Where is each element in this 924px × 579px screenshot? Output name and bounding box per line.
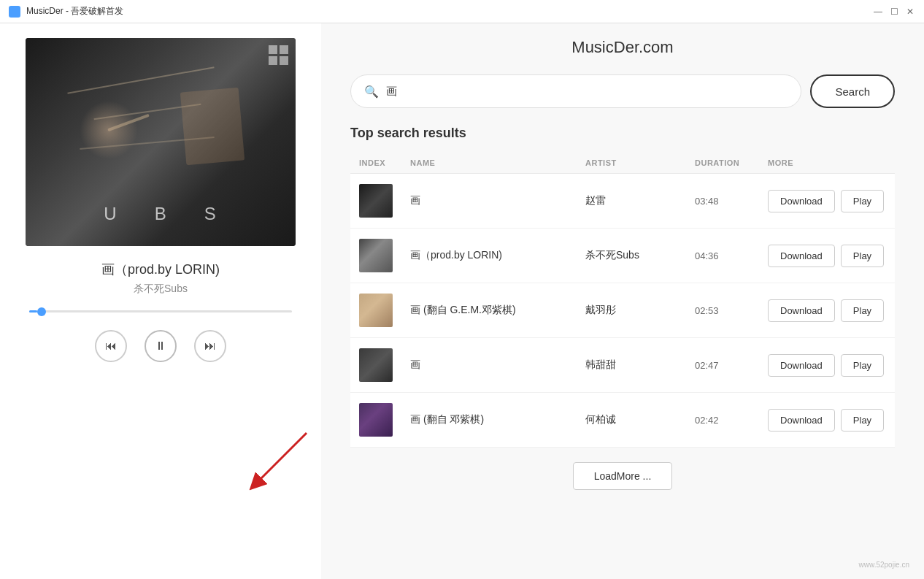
cell-artist-3: 韩甜甜 bbox=[577, 338, 686, 393]
cell-name-3: 画 bbox=[401, 338, 577, 393]
cell-duration-4: 02:42 bbox=[686, 393, 759, 448]
song-thumb-3 bbox=[359, 348, 393, 382]
album-label-b: B bbox=[155, 204, 168, 224]
cell-index-2 bbox=[350, 283, 401, 338]
cell-actions-1: Download Play bbox=[759, 229, 895, 283]
download-button-2[interactable]: Download bbox=[768, 299, 835, 322]
results-title: Top search results bbox=[350, 126, 895, 141]
cell-duration-1: 04:36 bbox=[686, 229, 759, 283]
cell-index-3 bbox=[350, 338, 401, 393]
next-button[interactable]: ⏭ bbox=[194, 330, 226, 362]
col-name: NAME bbox=[401, 153, 577, 174]
col-more: MORE bbox=[759, 153, 895, 174]
cell-artist-2: 戴羽彤 bbox=[577, 283, 686, 338]
cell-duration-0: 03:48 bbox=[686, 174, 759, 229]
cell-name-2: 画 (翻自 G.E.M.邓紫棋) bbox=[401, 283, 577, 338]
album-labels: U B S bbox=[26, 204, 296, 224]
search-input-wrap[interactable]: 🔍 bbox=[350, 74, 801, 108]
site-title: MusicDer.com bbox=[350, 38, 895, 57]
song-thumb-2 bbox=[359, 294, 393, 327]
cell-index-1 bbox=[350, 229, 401, 283]
table-row: 画（prod.by LORIN) 杀不死Subs 04:36 Download … bbox=[350, 229, 895, 283]
cell-actions-3: Download Play bbox=[759, 338, 895, 393]
play-button-2[interactable]: Play bbox=[841, 299, 884, 322]
prev-button[interactable]: ⏮ bbox=[95, 330, 127, 362]
search-bar: 🔍 Search bbox=[350, 74, 895, 108]
app-body: U B S 画（prod.by LORIN) 杀不死Subs ⏮ ⏸ ⏭ bbox=[0, 23, 924, 579]
app-title: MusicDer - 吾爱破解首发 bbox=[26, 5, 873, 18]
cell-index-4 bbox=[350, 393, 401, 448]
song-thumb-4 bbox=[359, 403, 393, 437]
thumb-image-1 bbox=[359, 239, 393, 272]
progress-container[interactable] bbox=[15, 310, 307, 312]
window-controls: — ☐ ✕ bbox=[873, 7, 915, 17]
load-more-button[interactable]: LoadMore ... bbox=[573, 462, 673, 490]
search-button[interactable]: Search bbox=[810, 74, 895, 108]
cell-artist-1: 杀不死Subs bbox=[577, 229, 686, 283]
cell-actions-0: Download Play bbox=[759, 174, 895, 229]
maximize-button[interactable]: ☐ bbox=[889, 7, 899, 17]
table-row: 画 (翻自 邓紫棋) 何柏诚 02:42 Download Play bbox=[350, 393, 895, 448]
progress-thumb bbox=[37, 307, 46, 316]
thumb-image-4 bbox=[359, 403, 393, 437]
player-controls: ⏮ ⏸ ⏭ bbox=[95, 330, 226, 362]
table-row: 画 赵雷 03:48 Download Play bbox=[350, 174, 895, 229]
thumb-image-2 bbox=[359, 294, 393, 327]
track-artist: 杀不死Subs bbox=[134, 283, 188, 296]
thumb-image-0 bbox=[359, 184, 393, 218]
svg-line-1 bbox=[255, 433, 307, 484]
col-index: INDEX bbox=[350, 153, 401, 174]
player-panel: U B S 画（prod.by LORIN) 杀不死Subs ⏮ ⏸ ⏭ bbox=[0, 23, 321, 579]
cell-name-1: 画（prod.by LORIN) bbox=[401, 229, 577, 283]
annotation-arrow bbox=[234, 418, 321, 506]
progress-fill bbox=[29, 310, 37, 312]
song-thumb-1 bbox=[359, 239, 393, 272]
cell-name-4: 画 (翻自 邓紫棋) bbox=[401, 393, 577, 448]
close-button[interactable]: ✕ bbox=[905, 7, 915, 17]
thumb-image-3 bbox=[359, 348, 393, 382]
search-input[interactable] bbox=[386, 85, 788, 98]
app-icon bbox=[9, 6, 20, 18]
album-art: U B S bbox=[26, 38, 296, 246]
titlebar: MusicDer - 吾爱破解首发 — ☐ ✕ bbox=[0, 0, 924, 23]
cell-actions-4: Download Play bbox=[759, 393, 895, 448]
song-thumb-0 bbox=[359, 184, 393, 218]
play-button-4[interactable]: Play bbox=[841, 409, 884, 432]
pause-button[interactable]: ⏸ bbox=[145, 330, 177, 362]
album-grid-icon bbox=[269, 45, 288, 65]
cell-index-0 bbox=[350, 174, 401, 229]
cell-artist-4: 何柏诚 bbox=[577, 393, 686, 448]
col-artist: ARTIST bbox=[577, 153, 686, 174]
album-label-s: S bbox=[204, 204, 217, 224]
play-button-3[interactable]: Play bbox=[841, 354, 884, 377]
album-label-u: U bbox=[104, 204, 118, 224]
play-button-1[interactable]: Play bbox=[841, 245, 884, 267]
results-table: INDEX NAME ARTIST DURATION MORE 画 赵雷 03:… bbox=[350, 153, 895, 448]
download-button-4[interactable]: Download bbox=[768, 409, 835, 432]
load-more-wrap: LoadMore ... bbox=[350, 448, 895, 497]
download-button-1[interactable]: Download bbox=[768, 245, 835, 267]
download-button-0[interactable]: Download bbox=[768, 190, 835, 212]
progress-bar[interactable] bbox=[29, 310, 292, 312]
play-button-0[interactable]: Play bbox=[841, 190, 884, 212]
cell-duration-2: 02:53 bbox=[686, 283, 759, 338]
track-title: 画（prod.by LORIN) bbox=[101, 261, 220, 278]
table-row: 画 韩甜甜 02:47 Download Play bbox=[350, 338, 895, 393]
table-header-row: INDEX NAME ARTIST DURATION MORE bbox=[350, 153, 895, 174]
minimize-button[interactable]: — bbox=[873, 7, 883, 17]
download-button-3[interactable]: Download bbox=[768, 354, 835, 377]
table-row: 画 (翻自 G.E.M.邓紫棋) 戴羽彤 02:53 Download Play bbox=[350, 283, 895, 338]
cell-name-0: 画 bbox=[401, 174, 577, 229]
cell-duration-3: 02:47 bbox=[686, 338, 759, 393]
cell-actions-2: Download Play bbox=[759, 283, 895, 338]
right-panel: MusicDer.com 🔍 Search Top search results… bbox=[321, 23, 924, 579]
col-duration: DURATION bbox=[686, 153, 759, 174]
cell-artist-0: 赵雷 bbox=[577, 174, 686, 229]
search-icon: 🔍 bbox=[364, 85, 379, 99]
